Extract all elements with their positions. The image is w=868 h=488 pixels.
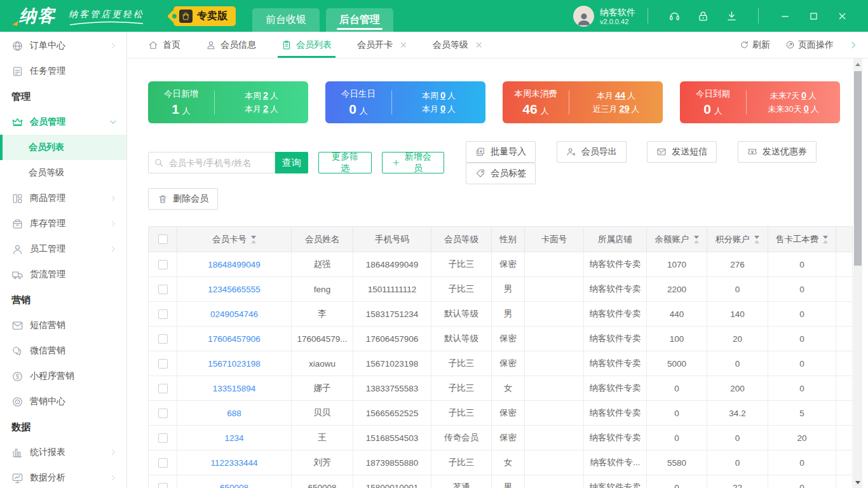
sidebar-item[interactable]: 会员管理 <box>0 109 126 135</box>
row-checkbox[interactable] <box>158 409 168 418</box>
crown-icon <box>11 116 24 128</box>
table-row[interactable]: 0249054746 李 15831751234 默认等级 男 纳客软件专卖 4… <box>149 302 853 327</box>
table-row[interactable]: 12345665555 feng 15011111112 子比三 男 纳客软件专… <box>149 277 853 302</box>
stat-card: 本周未消费 46人 本月44人 近三月29人 <box>503 81 663 123</box>
scrollbar-thumb[interactable] <box>854 71 862 266</box>
headset-icon[interactable] <box>668 10 681 22</box>
lock-icon[interactable] <box>697 10 709 22</box>
person-icon <box>11 243 24 255</box>
nav-button[interactable]: 后台管理 <box>326 8 393 32</box>
sidebar-item[interactable]: 微信营销 <box>0 338 126 363</box>
sidebar-item[interactable]: 小程序营销 <box>0 363 126 389</box>
sidebar-item[interactable]: 数据分析 <box>0 465 126 488</box>
table-row[interactable]: 17606457906 176064579... 17606457906 默认等… <box>149 327 853 351</box>
member-card-link[interactable]: 133515894 <box>177 376 292 401</box>
sort-icon[interactable] <box>754 236 759 243</box>
row-checkbox[interactable] <box>158 483 168 488</box>
member-phone: 15665652525 <box>353 401 431 426</box>
sidebar-item[interactable]: 短信营销 <box>0 313 126 338</box>
row-checkbox[interactable] <box>158 309 168 319</box>
toolbar-button[interactable]: 会员标签 <box>466 163 536 184</box>
table-row[interactable]: 1122333444 刘芳 18739855880 子比三 女 纳客软件专...… <box>149 451 853 475</box>
member-points: 0 <box>707 277 768 302</box>
row-checkbox[interactable] <box>158 433 168 443</box>
member-points: 200 <box>707 376 768 401</box>
table-row[interactable]: 650008 650008 15800010001 茗通 男 纳客软件专卖 0 … <box>149 475 853 488</box>
sort-icon[interactable] <box>694 236 699 243</box>
page-ops-button[interactable]: 页面操作 <box>785 39 834 51</box>
member-card-link[interactable]: 15671023198 <box>177 351 292 376</box>
tab[interactable]: 会员列表 <box>281 32 332 58</box>
user-menu[interactable]: 纳客软件 v2.0.0.42 <box>573 6 635 27</box>
tab[interactable]: 首页 <box>148 32 180 58</box>
table-row[interactable]: 133515894 娜子 13833755583 子比三 女 纳客软件专卖 0 … <box>149 376 853 401</box>
scroll-up-arrow[interactable] <box>853 60 862 69</box>
sidebar-item[interactable]: 会员列表 <box>0 135 126 160</box>
row-checkbox[interactable] <box>158 285 168 294</box>
sidebar-item[interactable]: 库存管理 <box>0 211 126 236</box>
delete-member-button[interactable]: 删除会员 <box>148 188 218 210</box>
row-checkbox[interactable] <box>158 334 168 344</box>
member-fee: 0 <box>768 351 836 376</box>
member-card-link[interactable]: 650008 <box>177 475 292 488</box>
tab[interactable]: 会员开卡 ✕ <box>357 32 407 58</box>
table-row[interactable]: 1234 王 15168554503 传奇会员 保密 纳客软件专卖 0 0 20 <box>149 426 853 451</box>
scroll-down-arrow[interactable] <box>853 478 862 487</box>
nav-button[interactable]: 前台收银 <box>252 8 320 32</box>
toolbar-button[interactable]: 发送短信 <box>647 141 717 163</box>
sort-icon[interactable] <box>251 236 256 243</box>
maximize-icon[interactable] <box>808 11 819 22</box>
member-card-link[interactable]: 0249054746 <box>177 302 292 327</box>
member-card-link[interactable]: 17606457906 <box>177 327 292 351</box>
sidebar-item[interactable]: 货流管理 <box>0 262 126 287</box>
sidebar-item[interactable]: 营销中心 <box>0 389 126 414</box>
tab-overflow-chevron[interactable] <box>849 41 858 50</box>
col-header-fee: 售卡工本费 <box>768 227 836 252</box>
toolbar-button[interactable]: 会员导出 <box>557 141 627 163</box>
close-icon[interactable] <box>837 11 848 22</box>
member-card-link[interactable]: 1122333444 <box>177 451 292 475</box>
toolbar: 查询 更多筛选 新增会员 批量导入 会员导出 发送短信 <box>148 141 868 184</box>
sidebar-item[interactable]: 统计报表 <box>0 440 126 465</box>
row-checkbox[interactable] <box>158 458 168 468</box>
sidebar-item[interactable]: 会员等级 <box>0 160 126 186</box>
sidebar-item[interactable]: 营销 <box>0 287 126 313</box>
tab[interactable]: 会员等级 ✕ <box>433 32 483 58</box>
sidebar-item[interactable]: 员工管理 <box>0 236 126 262</box>
row-checkbox[interactable] <box>158 384 168 393</box>
sidebar-item[interactable]: 管理 <box>0 84 126 109</box>
member-card-link[interactable]: 18648499049 <box>177 252 292 277</box>
member-name: 650008 <box>292 475 353 488</box>
table-row[interactable]: 15671023198 xiaowu 15671023198 子比三 保密 纳客… <box>149 351 853 376</box>
download-icon[interactable] <box>726 10 738 22</box>
more-filter-button[interactable]: 更多筛选 <box>318 152 371 173</box>
add-member-button[interactable]: 新增会员 <box>382 152 445 173</box>
toolbar-button[interactable]: 发送优惠券 <box>738 141 817 163</box>
table-row[interactable]: 688 贝贝 15665652525 子比三 保密 纳客软件专卖 0 34.2 … <box>149 401 853 426</box>
sidebar-item[interactable]: 订单中心 <box>0 33 126 58</box>
tab-close-icon[interactable]: ✕ <box>400 40 407 50</box>
minimize-icon[interactable] <box>780 11 790 22</box>
tab-close-icon[interactable]: ✕ <box>475 40 483 50</box>
toolbar-button[interactable]: 批量导入 <box>466 141 536 163</box>
search-button[interactable]: 查询 <box>275 152 308 173</box>
tab[interactable]: 会员信息 <box>206 32 256 58</box>
row-checkbox[interactable] <box>158 359 168 369</box>
sidebar-item[interactable]: 商品管理 <box>0 186 126 211</box>
select-all-checkbox[interactable] <box>158 234 168 244</box>
member-card-link[interactable]: 688 <box>177 401 292 426</box>
sort-icon[interactable] <box>823 236 828 243</box>
table-row[interactable]: 18648499049 赵强 18648499049 子比三 保密 纳客软件专卖… <box>149 252 853 277</box>
member-card-link[interactable]: 12345665555 <box>177 277 292 302</box>
member-gender: 男 <box>492 277 525 302</box>
search-input[interactable] <box>148 152 275 173</box>
refresh-button[interactable]: 刷新 <box>740 39 770 51</box>
sidebar-item[interactable]: 数据 <box>0 414 126 440</box>
tabbar: 首页 会员信息 会员列表 会员开卡 ✕ 会 <box>127 32 868 58</box>
member-face-no <box>525 376 584 401</box>
sidebar-item[interactable]: 任务管理 <box>0 58 126 84</box>
stat-title: 今日新增 <box>148 88 214 100</box>
row-checkbox[interactable] <box>158 260 168 269</box>
vertical-scrollbar[interactable] <box>853 58 862 488</box>
member-card-link[interactable]: 1234 <box>177 426 292 451</box>
